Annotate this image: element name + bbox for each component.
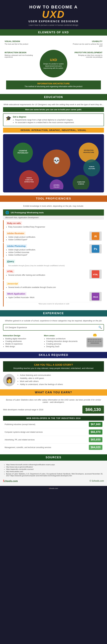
illustrator-bullet-1: Adobe single product certification.: [8, 236, 88, 238]
skills-bullets-list: Active listening and communication Adabi…: [17, 374, 63, 386]
usability-desc: Product can be used to achieve the end g…: [72, 43, 103, 47]
elements-section: ELEMENTS OF UXD VISUAL DESIGN The look a…: [0, 29, 107, 94]
schools-com: © Schools.com: [90, 480, 104, 482]
earn-web-value: $66,130: [82, 406, 104, 414]
earn-row-2: Computer systems design and related serv…: [3, 428, 104, 436]
earn-row-1: Publishing industries (except Internet) …: [3, 420, 104, 428]
svg-rect-35: [95, 339, 96, 340]
visual-design-box: VISUAL DESIGN The look and feel of the p…: [3, 39, 37, 46]
jquery-title: jQuery: [6, 260, 15, 263]
svg-rect-40: [90, 341, 91, 342]
svg-text:iWork: iWork: [93, 296, 98, 298]
iwork-image: iWork: [90, 292, 102, 301]
iwork-tool: iWork Application Apple Certified Associ…: [3, 291, 104, 306]
ux-tools-title: UX/ Prototyping/ Wireframing tools: [11, 212, 44, 214]
svg-text:INFORMATION: INFORMATION: [84, 150, 94, 151]
svg-rect-44: [97, 341, 98, 342]
earnings-section: WHAT CAN YOU EARN? Bureau of Labor Stati…: [0, 389, 107, 454]
source-3: https://appendto.com/public-courses/: [6, 468, 104, 470]
svg-text:🤲: 🤲: [93, 333, 97, 337]
exp-col1-title: Interaction Design: [3, 334, 42, 337]
interaction-design-title: INTERACTION DESIGN: [4, 51, 35, 54]
skills-question: CAN YOU TELL A GOOD STORY?: [5, 364, 102, 366]
skills-section: SKILLS REQUIRED CAN YOU TELL A GOOD STOR…: [0, 352, 107, 389]
uxd-center-circle: UXD Design of a product or system based …: [40, 50, 67, 78]
svg-rect-36: [96, 339, 97, 340]
ux-tools-icon: 🌐: [5, 211, 9, 214]
edu-intro: While educational requirements for UX De…: [3, 103, 104, 106]
ux-tools-sub: Microsoft Visio, Application Development: [3, 216, 104, 220]
jquery-tool: jQuery Not available through jQuery (may…: [3, 258, 104, 268]
design-bar: DESIGN: INTERACTION, GRAPHIC, INDUSTRIAL…: [3, 128, 104, 133]
javascript-bullet-1: Several levels of certification availabl…: [8, 286, 102, 288]
jquery-note: Not available through jQuery (may be ava…: [6, 265, 102, 266]
earn-row-2-label: Computer systems design and related serv…: [4, 431, 89, 433]
prototype-title: PROTOTYPE DEVELOPMENT: [72, 51, 103, 54]
degree-bullets: Requirements range from a high school di…: [13, 119, 74, 124]
svg-text:COMPUTER: COMPUTER: [77, 181, 85, 183]
earn-intro: Bureau of Labor Statistics does not offe…: [3, 399, 104, 403]
svg-text:FACTORS: FACTORS: [89, 168, 95, 170]
info-arch-title: INFORMATION ARCHITECTURE: [8, 82, 99, 85]
svg-text:COGNITIVE: COGNITIVE: [19, 150, 27, 152]
skills-avatar: 👩: [3, 374, 15, 386]
svg-text:ANTHRO-: ANTHRO-: [53, 184, 60, 186]
info-arch-box: INFORMATION ARCHITECTURE The method of s…: [6, 80, 101, 90]
earn-row-4: Management, scientific, and technical co…: [3, 444, 104, 451]
illustrator-image: Ai: [90, 232, 102, 241]
skills-header: CAN YOU TELL A GOOD STORY? Storytelling …: [3, 361, 104, 372]
javascript-title: Javascript: [6, 282, 19, 286]
svg-text:Ai: Ai: [94, 235, 97, 238]
prototype-desc: Bringing an idea from concept to concret…: [72, 54, 103, 58]
exp-col2-title: More areas:: [44, 334, 84, 337]
header-desc: Learn how to pursue a career in human-ce…: [3, 24, 104, 26]
earn-row-3-label: Advertising, PR, and related services: [4, 439, 89, 441]
photoshop-title: Adobe Photoshop: [6, 244, 27, 248]
svg-text:POLOGY: POLOGY: [54, 186, 60, 188]
svg-rect-38: [100, 339, 101, 340]
svg-rect-34: [93, 339, 94, 340]
svg-rect-46: [100, 341, 101, 342]
ruby-bullets: Ruby Association Certified Ruby Programm…: [6, 226, 102, 228]
info-arch-desc: The method of structuring and organizing…: [8, 86, 99, 88]
education-section: EDUCATION While educational requirements…: [0, 94, 107, 196]
tools-section: TOOL PROFICIENCIES Exhibit knowledge in …: [0, 196, 107, 310]
experience-section: EXPERIENCE Whether gained in or outside …: [0, 310, 107, 352]
illustrator-title: Adobe Illustrator: [6, 232, 25, 235]
edu-bricks: Here are some bricks you can use to buil…: [3, 107, 104, 112]
earn-row-3-value: $65,650: [89, 437, 103, 442]
degree-bullet-1: Requirements range from a high school di…: [15, 119, 74, 121]
degree-title: Get a degree:: [13, 116, 74, 118]
svg-rect-47: [91, 342, 99, 344]
html-title: HTML: [6, 270, 14, 273]
skills-desc: Storytelling teaches you to stay relevan…: [5, 367, 102, 370]
footer: fchools.com: [0, 486, 107, 491]
earn-row-2-value: $66,970: [89, 430, 103, 434]
svg-text:SCIENCE: SCIENCE: [78, 183, 84, 185]
svg-rect-37: [98, 339, 99, 340]
earn-row-4-value: $64,020: [89, 445, 103, 450]
sources-title: SOURCES: [0, 454, 107, 460]
html-image: HTML: [90, 270, 102, 279]
skills-title: SKILLS REQUIRED: [0, 352, 107, 358]
svg-rect-42: [93, 341, 94, 342]
photoshop-bullets: Adobe single product certification. Adob…: [6, 249, 88, 256]
photoshop-bullet-2: Adobe Certified Associate: [8, 251, 88, 254]
ux-tools-category: 🌐 UX/ Prototyping/ Wireframing tools: [3, 210, 104, 216]
search-icon: 🔍: [99, 326, 102, 329]
exp-keyboard-illustration: 🤲: [86, 333, 104, 349]
experience-search-box: UX Designer Experience 🔍: [3, 324, 104, 330]
exp-bullet-4: Web design: [5, 346, 42, 348]
exp-intro: Whether gained in or outside of school, …: [3, 320, 104, 322]
iwork-title: iWork Application: [6, 292, 26, 296]
earn-web-label: Web developers median annual wage in 201…: [3, 408, 80, 411]
illustrator-bullets: Adobe single product certification. Adob…: [6, 236, 88, 241]
uxd-center-desc: Design of a product or system based arou…: [43, 63, 64, 69]
skill-1: Active listening and communication: [20, 374, 63, 376]
elements-title: ELEMENTS OF UXD: [0, 29, 107, 36]
svg-rect-31: [88, 339, 89, 340]
earn-row-3: Advertising, PR, and related services $6…: [3, 436, 104, 444]
tools-intro: Exhibit knowledge in tools which, depend…: [3, 205, 104, 207]
javascript-bullets: Several levels of certification availabl…: [6, 286, 102, 288]
edu-diagram: 💀 COGNITIVE PSYCHOLOGY INFORMATION ARCHI…: [3, 134, 104, 192]
